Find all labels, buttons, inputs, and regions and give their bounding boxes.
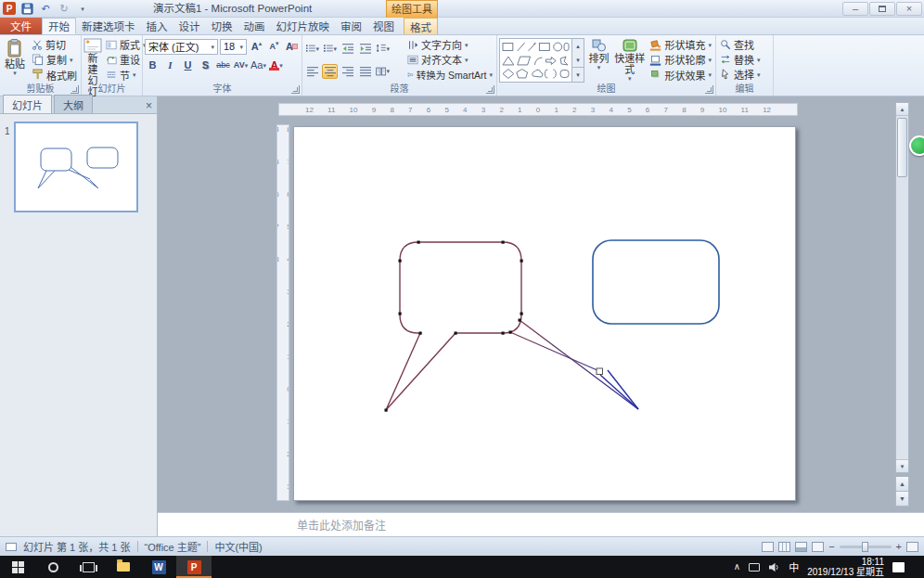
- align-text-button[interactable]: 对齐文本 ▾: [405, 52, 494, 67]
- powerpoint-taskbar-button[interactable]: P: [176, 556, 212, 578]
- arrange-button[interactable]: 排列 ▾: [586, 37, 611, 83]
- normal-view-button[interactable]: [762, 542, 774, 552]
- bullets-button[interactable]: ▾: [304, 41, 320, 56]
- columns-button[interactable]: ▾: [375, 64, 391, 79]
- previous-slide-button[interactable]: ▲: [895, 477, 909, 492]
- font-color-button[interactable]: A ▾: [268, 58, 284, 72]
- text-direction-button[interactable]: 文字方向 ▾: [405, 37, 494, 52]
- new-slide-button[interactable]: 新建 幻灯片▾: [83, 37, 102, 83]
- next-slide-button[interactable]: ▼: [895, 492, 909, 507]
- floating-widget-icon[interactable]: [909, 135, 924, 156]
- taskbar-clock[interactable]: 18:11 2019/12/13 星期五: [807, 557, 884, 577]
- zoom-slider[interactable]: [840, 546, 892, 548]
- paste-button[interactable]: 粘贴 ▾: [2, 37, 28, 83]
- panel-close-button[interactable]: ×: [146, 100, 152, 111]
- reset-button[interactable]: 重设: [104, 52, 148, 67]
- redo-button[interactable]: ↻: [57, 2, 71, 16]
- font-dialog-launcher[interactable]: [291, 85, 300, 94]
- scroll-up-button[interactable]: ▴: [896, 103, 908, 116]
- undo-button[interactable]: ↶: [38, 2, 53, 16]
- tab-transitions[interactable]: 切换: [206, 18, 238, 34]
- slide-canvas[interactable]: [293, 126, 796, 501]
- minimize-button[interactable]: –: [842, 2, 868, 16]
- character-spacing-button[interactable]: AV▾: [233, 58, 249, 72]
- cut-button[interactable]: 剪切: [30, 37, 79, 52]
- section-button[interactable]: 节 ▾: [104, 68, 148, 83]
- scrollbar-thumb[interactable]: [897, 118, 907, 177]
- notes-pane[interactable]: 单击此处添加备注: [158, 512, 924, 536]
- zoom-out-button[interactable]: −: [828, 542, 834, 552]
- shrink-font-button[interactable]: A▾: [266, 39, 282, 54]
- tab-animations[interactable]: 动画: [238, 18, 271, 34]
- replace-button[interactable]: 替换 ▾: [718, 52, 771, 67]
- word-taskbar-button[interactable]: W: [141, 556, 176, 578]
- clear-formatting-button[interactable]: A: [284, 39, 300, 54]
- align-center-button[interactable]: [322, 64, 338, 79]
- search-button[interactable]: [35, 556, 71, 578]
- gallery-scroll-up-button[interactable]: ▴: [572, 39, 584, 53]
- font-name-combo[interactable]: 宋体 (正文) ▾: [145, 39, 218, 55]
- app-icon[interactable]: P: [3, 2, 16, 15]
- language-indicator[interactable]: 中文(中国): [214, 539, 262, 554]
- shape-effects-button[interactable]: 形状效果 ▾: [648, 68, 713, 83]
- copy-button[interactable]: 复制 ▾: [30, 52, 79, 67]
- volume-icon[interactable]: [768, 562, 780, 572]
- underline-button[interactable]: U: [180, 58, 196, 72]
- maximize-button[interactable]: [869, 2, 895, 16]
- theme-name[interactable]: “Office 主题”: [145, 539, 201, 554]
- fit-to-window-button[interactable]: [906, 542, 918, 552]
- slide-sorter-view-button[interactable]: [778, 542, 790, 552]
- hidden-icons-chevron[interactable]: ∧: [734, 562, 740, 572]
- shape-outline-button[interactable]: 形状轮廓 ▾: [648, 52, 713, 67]
- text-shadow-button[interactable]: S: [198, 58, 213, 72]
- tab-format[interactable]: 格式: [404, 18, 438, 34]
- tab-home[interactable]: 开始: [42, 18, 76, 34]
- increase-indent-button[interactable]: [357, 41, 373, 56]
- qat-customize-button[interactable]: ▾: [75, 2, 90, 16]
- tab-slideshow[interactable]: 幻灯片放映: [271, 18, 336, 34]
- slideshow-view-button[interactable]: [812, 542, 824, 552]
- slide-thumbnail[interactable]: [14, 122, 138, 212]
- align-right-button[interactable]: [340, 64, 355, 79]
- network-display-icon[interactable]: [749, 563, 760, 572]
- clipboard-dialog-launcher[interactable]: [71, 85, 79, 94]
- start-button[interactable]: [0, 556, 35, 578]
- quick-styles-button[interactable]: 快速样式 ▾: [613, 37, 646, 83]
- scroll-down-button[interactable]: ▾: [896, 459, 908, 472]
- justify-button[interactable]: [357, 64, 373, 79]
- zoom-in-button[interactable]: +: [896, 542, 902, 552]
- gallery-scroll-down-button[interactable]: ▾: [572, 53, 584, 67]
- convert-to-smartart-button[interactable]: 转换为 SmartArt ▾: [405, 68, 494, 83]
- grow-font-button[interactable]: A▴: [249, 39, 264, 54]
- vertical-scrollbar[interactable]: ▴ ▾: [895, 102, 909, 473]
- align-left-button[interactable]: [304, 64, 320, 79]
- tab-insert[interactable]: 插入: [141, 18, 173, 34]
- layout-button[interactable]: 版式 ▾: [104, 37, 148, 52]
- vertical-ruler[interactable]: 8 7 6 5 4 3 2 1 0 1 2 3 4 5 6 7 8: [276, 124, 289, 501]
- decrease-indent-button[interactable]: [340, 41, 355, 56]
- tab-design[interactable]: 设计: [173, 18, 206, 34]
- tab-custom[interactable]: 新建选项卡: [76, 18, 141, 34]
- paragraph-dialog-launcher[interactable]: [486, 85, 494, 94]
- shape-gallery[interactable]: [499, 38, 572, 83]
- line-spacing-button[interactable]: ▾: [375, 41, 391, 56]
- task-view-button[interactable]: [71, 556, 106, 578]
- find-button[interactable]: 查找: [718, 37, 771, 52]
- font-size-combo[interactable]: 18 ▾: [220, 39, 247, 55]
- zoom-slider-thumb[interactable]: [862, 542, 868, 552]
- gallery-more-button[interactable]: ▾: [572, 67, 584, 82]
- italic-button[interactable]: I: [162, 58, 178, 72]
- close-button[interactable]: ×: [896, 2, 922, 16]
- tail-drag-handle[interactable]: [597, 368, 603, 375]
- file-explorer-button[interactable]: [106, 556, 141, 578]
- save-button[interactable]: [19, 2, 34, 16]
- change-case-button[interactable]: Aa▾: [250, 58, 266, 72]
- select-button[interactable]: 选择 ▾: [718, 67, 771, 82]
- tab-view[interactable]: 视图: [367, 18, 400, 34]
- tab-file[interactable]: 文件: [0, 18, 42, 34]
- panel-tab-slides[interactable]: 幻灯片: [3, 95, 52, 113]
- ime-indicator[interactable]: 中: [789, 559, 799, 574]
- action-center-icon[interactable]: [892, 562, 905, 572]
- bold-button[interactable]: B: [145, 58, 160, 72]
- shape-fill-button[interactable]: 形状填充 ▾: [648, 37, 713, 52]
